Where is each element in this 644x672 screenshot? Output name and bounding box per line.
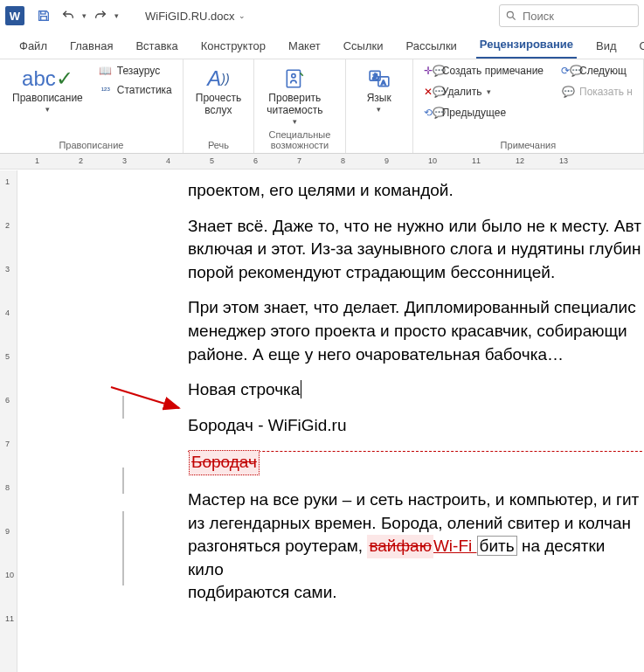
paragraph[interactable]: Бородач - WiFiGid.ru [188, 414, 644, 438]
paragraph-deleted[interactable]: Бородач [188, 449, 644, 476]
undo-icon[interactable] [58, 5, 79, 26]
word-app-icon: W [5, 6, 24, 25]
text-run: разгоняться роутерам, [188, 537, 367, 555]
inserted-text: Новая строчка [188, 380, 300, 398]
thesaurus-button[interactable]: 📖 Тезаурус [95, 63, 176, 79]
paragraph[interactable]: При этом знает, что делает. Дипломирован… [188, 296, 644, 320]
previous-comment-icon: ⟲💬 [424, 107, 438, 119]
ruler-tick: 7 [297, 156, 301, 165]
language-button[interactable]: あA Язык ▾ [353, 63, 405, 115]
tab-mailings[interactable]: Рассылки [402, 34, 460, 59]
show-comments-button[interactable]: 💬 Показать н [557, 84, 636, 100]
accessibility-label: Проверить читаемость [267, 93, 322, 117]
tab-references[interactable]: Ссылки [340, 34, 387, 59]
ruler-tick: 10 [428, 156, 437, 165]
previous-comment-label: Предыдущее [442, 107, 506, 119]
paragraph[interactable]: включая и этот. Из-за заунывного слога и… [188, 238, 644, 261]
tab-review[interactable]: Рецензирование [476, 32, 577, 59]
spelling-label: Правописание [12, 93, 83, 105]
tab-layout[interactable]: Макет [285, 34, 324, 59]
delete-comment-icon: ✕💬 [424, 86, 438, 98]
paragraph[interactable]: районе. А еще у него очаровательная бабо… [188, 343, 644, 367]
document-title[interactable]: WiFiGID.RU.docx ⌄ [145, 10, 246, 23]
delete-comment-label: Удалить [442, 86, 482, 98]
ruler-tick: 6 [253, 156, 258, 165]
paragraph-inserted[interactable]: Новая строчка [188, 378, 644, 402]
read-aloud-icon: A)) [207, 65, 229, 93]
previous-comment-button[interactable]: ⟲💬 Предыдущее [420, 105, 547, 121]
paragraph[interactable]: порой рекомендуют страдающим бессонницей… [188, 261, 644, 285]
ruler-tick: 4 [5, 308, 10, 317]
group-proofing-label: Правописание [7, 140, 176, 152]
tab-insert[interactable]: Вставка [132, 34, 181, 59]
ruler-tick: 5 [210, 156, 214, 165]
svg-text:あ: あ [372, 73, 379, 80]
redo-icon[interactable] [90, 5, 111, 26]
annotation-arrow [109, 385, 184, 412]
accessibility-button[interactable]: Проверить читаемость ▾ [261, 63, 328, 128]
svg-point-4 [292, 74, 295, 78]
ribbon-tabs: Файл Главная Вставка Конструктор Макет С… [0, 31, 644, 59]
spelling-button[interactable]: abc✓ Правописание ▾ [7, 63, 88, 115]
ruler-tick: 2 [5, 221, 10, 230]
horizontal-ruler[interactable]: 12345678910111213 [0, 154, 644, 170]
undo-dropdown-icon[interactable]: ▾ [82, 11, 87, 20]
svg-rect-0 [41, 11, 45, 14]
new-comment-icon: ✛💬 [424, 65, 438, 77]
deleted-text: Бородач [189, 450, 260, 475]
ruler-tick: 9 [384, 156, 389, 165]
group-language-label [353, 150, 405, 152]
document-page[interactable]: проектом, его целями и командой. Знает в… [17, 170, 644, 672]
language-caret-icon: ▾ [377, 105, 381, 114]
ruler-tick: 11 [472, 156, 481, 165]
search-input[interactable]: Поиск [499, 4, 639, 27]
spelling-icon: abc✓ [22, 65, 73, 93]
next-comment-button[interactable]: ⟳💬 Следующ [557, 63, 636, 79]
tab-file[interactable]: Файл [16, 34, 51, 59]
tab-view[interactable]: Вид [592, 34, 620, 59]
inserted-text: Wi-Fi [433, 537, 477, 555]
search-placeholder: Поиск [523, 10, 554, 23]
ruler-tick: 3 [5, 265, 10, 274]
save-icon[interactable] [33, 5, 54, 26]
qat-customize-icon[interactable]: ▾ [114, 11, 119, 20]
delete-comment-button[interactable]: ✕💬 Удалить ▾ [420, 84, 547, 100]
statistics-button[interactable]: ¹²³ Статистика [95, 82, 176, 98]
boxed-text: бить [477, 536, 517, 556]
statistics-icon: ¹²³ [99, 86, 113, 95]
thesaurus-label: Тезаурус [117, 65, 160, 77]
ruler-tick: 7 [5, 440, 10, 448]
svg-line-10 [111, 387, 179, 408]
change-bar [122, 396, 124, 419]
ruler-tick: 3 [122, 156, 127, 165]
ruler-tick: 11 [5, 614, 14, 623]
tab-design[interactable]: Конструктор [197, 34, 269, 59]
new-comment-button[interactable]: ✛💬 Создать примечание [420, 63, 547, 79]
paragraph[interactable]: проектом, его целями и командой. [188, 179, 644, 203]
ribbon: abc✓ Правописание ▾ 📖 Тезаурус ¹²³ Стати… [0, 59, 644, 154]
paragraph[interactable]: Мастер на все руки – и сеть настроить, и… [188, 488, 644, 512]
read-aloud-button[interactable]: A)) Прочесть вслух [190, 63, 246, 119]
group-comments-label: Примечания [420, 140, 636, 152]
ruler-tick: 2 [79, 156, 83, 165]
paragraph[interactable]: разгоняться роутерам, вайфаю Wi-Fi бить … [188, 535, 644, 581]
group-accessibility-label: Специальные возможности [261, 129, 338, 152]
ruler-tick: 1 [5, 177, 10, 186]
read-aloud-label: Прочесть вслух [196, 93, 241, 117]
paragraph[interactable]: из легендарных времен. Борода, олений св… [188, 512, 644, 536]
vertical-ruler[interactable]: 1234567891011 [0, 170, 17, 672]
next-comment-label: Следующ [579, 65, 627, 77]
show-comments-icon: 💬 [561, 86, 575, 98]
tab-help[interactable]: Справка [636, 34, 645, 59]
next-comment-icon: ⟳💬 [561, 65, 575, 77]
tab-home[interactable]: Главная [66, 34, 116, 59]
group-speech-label: Речь [190, 140, 246, 152]
paragraph[interactable]: Знает всё. Даже то, что не нужно или был… [188, 215, 644, 239]
statistics-label: Статистика [117, 84, 172, 96]
svg-text:A: A [381, 79, 386, 87]
ruler-tick: 4 [166, 156, 170, 165]
paragraph[interactable]: менеджер этого проекта и просто красавчи… [188, 320, 644, 343]
search-icon [505, 10, 517, 22]
paragraph[interactable]: подбираются сами. [188, 581, 644, 605]
change-bar [122, 511, 124, 585]
